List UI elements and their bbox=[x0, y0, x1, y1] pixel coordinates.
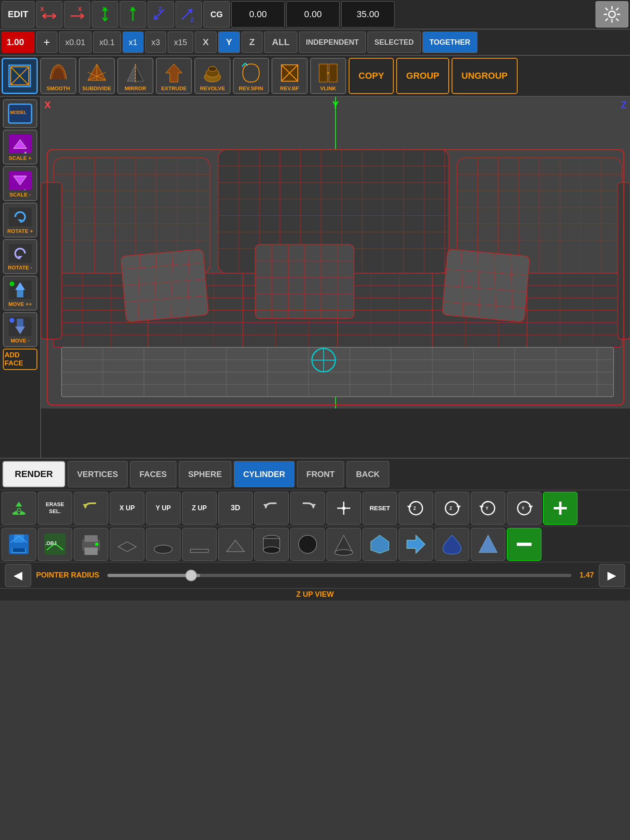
ungroup-button[interactable]: UNGROUP bbox=[452, 58, 517, 94]
rotate-y-pos-button[interactable]: Y bbox=[507, 492, 541, 525]
mode-together-button[interactable]: TOGETHER bbox=[422, 32, 477, 53]
cylinder-shape[interactable] bbox=[254, 528, 289, 561]
3d-button[interactable]: 3D bbox=[218, 492, 253, 525]
x-up-button[interactable]: X UP bbox=[110, 492, 144, 525]
add-button[interactable] bbox=[543, 492, 578, 525]
z-up-button[interactable]: Z UP bbox=[182, 492, 217, 525]
mult-001-button[interactable]: x0.01 bbox=[59, 32, 91, 53]
move-handle-button[interactable] bbox=[326, 492, 361, 525]
plus-button[interactable]: + bbox=[36, 32, 57, 53]
reset-button[interactable]: RESET bbox=[363, 492, 397, 525]
move-y-neg-button[interactable]: Y bbox=[92, 1, 118, 27]
mult-1-button[interactable]: x1 bbox=[123, 32, 144, 53]
y-coord-input[interactable] bbox=[286, 1, 340, 27]
viewport[interactable]: X Y Z bbox=[41, 97, 630, 458]
move-plus-button[interactable]: MOVE ++ bbox=[3, 276, 37, 310]
erase-sel-button[interactable]: ERASESEL. bbox=[38, 492, 72, 525]
mult-15-button[interactable]: x15 bbox=[168, 32, 193, 53]
tool-revbf-button[interactable]: REV.BF bbox=[272, 58, 308, 94]
sphere-shape[interactable] bbox=[290, 528, 325, 561]
rotate-z-pos-button[interactable]: Z bbox=[435, 492, 469, 525]
pyramid-blue-shape[interactable] bbox=[471, 528, 505, 561]
edit-button[interactable]: EDIT bbox=[2, 1, 34, 27]
mult-3-button[interactable]: x3 bbox=[145, 32, 166, 53]
tab-vertices[interactable]: VERTICES bbox=[68, 461, 128, 487]
crystal-blue-shape[interactable] bbox=[363, 528, 397, 561]
flat-plane-shape[interactable] bbox=[182, 528, 217, 561]
redo-button[interactable] bbox=[290, 492, 325, 525]
group-button[interactable]: GROUP bbox=[396, 58, 449, 94]
svg-point-41 bbox=[9, 281, 14, 286]
svg-point-45 bbox=[9, 318, 14, 323]
axis-z-label: Z bbox=[621, 99, 627, 111]
move-x-pos-button[interactable]: X bbox=[64, 1, 90, 27]
print-button[interactable] bbox=[74, 528, 108, 561]
rotate-z-neg-button[interactable]: Z bbox=[399, 492, 433, 525]
main-area: MODEL + SCALE + - bbox=[0, 97, 630, 458]
model-button[interactable]: MODEL bbox=[3, 99, 37, 128]
tab-front[interactable]: FRONT bbox=[297, 461, 344, 487]
undo2-button[interactable] bbox=[254, 492, 289, 525]
svg-text:X: X bbox=[78, 6, 82, 12]
mode-independent-button[interactable]: INDEPENDENT bbox=[299, 32, 366, 53]
move-z-pos-button[interactable]: Z bbox=[176, 1, 202, 27]
tool-smooth-button[interactable]: SMOOTH bbox=[40, 58, 76, 94]
svg-text:Z: Z bbox=[450, 506, 452, 511]
x-coord-input[interactable] bbox=[231, 1, 285, 27]
pivot-handle[interactable] bbox=[311, 348, 336, 372]
add-face-button[interactable]: ADD FACE bbox=[3, 349, 37, 370]
rotate-plus-button[interactable]: ROTATE + bbox=[3, 203, 37, 237]
arrow-blue-shape[interactable] bbox=[399, 528, 433, 561]
recycle-button[interactable] bbox=[2, 492, 36, 525]
undo-button[interactable] bbox=[74, 492, 108, 525]
scale-minus-button[interactable]: - SCALE - bbox=[3, 166, 37, 201]
cg-button[interactable]: CG bbox=[203, 1, 230, 27]
cone-shape[interactable] bbox=[326, 528, 361, 561]
move-z-neg-button[interactable]: Z bbox=[148, 1, 174, 27]
nav-prev-button[interactable]: ◀ bbox=[5, 564, 31, 587]
svg-marker-194 bbox=[371, 535, 389, 553]
tool-revolve-button[interactable]: REVOLVE bbox=[194, 58, 231, 94]
svg-text:+: + bbox=[24, 151, 27, 155]
obj-export-button[interactable]: .OBJ bbox=[38, 528, 72, 561]
render-button[interactable]: RENDER bbox=[2, 461, 65, 487]
save-load-button[interactable] bbox=[2, 528, 36, 561]
tool-mirror-button[interactable]: MIRROR bbox=[117, 58, 153, 94]
wedge-shape[interactable] bbox=[218, 528, 253, 561]
flat-quad-shape[interactable] bbox=[110, 528, 144, 561]
copy-button[interactable]: COPY bbox=[349, 58, 394, 94]
axis-y-button[interactable]: Y bbox=[218, 32, 240, 53]
minus-button[interactable] bbox=[507, 528, 541, 561]
settings-button[interactable] bbox=[596, 1, 628, 27]
tool-revspin-button[interactable]: REV.SPIN bbox=[233, 58, 269, 94]
move-y-pos-button[interactable]: Y bbox=[120, 1, 146, 27]
drop-blue-shape[interactable] bbox=[435, 528, 469, 561]
axis-z-button[interactable]: Z bbox=[242, 32, 262, 53]
nav-next-button[interactable]: ▶ bbox=[599, 564, 625, 587]
rotate-minus-button[interactable]: ROTATE - bbox=[3, 239, 37, 274]
tool-extrude-button[interactable]: EXTRUDE bbox=[156, 58, 192, 94]
mode-selected-button[interactable]: SELECTED bbox=[368, 32, 421, 53]
move-x-neg-button[interactable]: X bbox=[36, 1, 62, 27]
tool-subdivide-button[interactable]: SUBDIVIDE bbox=[79, 58, 115, 94]
axis-x-label: X bbox=[44, 99, 51, 111]
tab-faces[interactable]: FACES bbox=[130, 461, 176, 487]
radius-slider-thumb[interactable] bbox=[185, 570, 197, 581]
move-minus-button[interactable]: MOVE - bbox=[3, 312, 37, 347]
flat-circle-shape[interactable] bbox=[146, 528, 180, 561]
mult-01-button[interactable]: x0.1 bbox=[93, 32, 121, 53]
y-up-button[interactable]: Y UP bbox=[146, 492, 180, 525]
rotate-y-neg-button[interactable]: Y bbox=[471, 492, 505, 525]
tool-select-button[interactable] bbox=[2, 58, 38, 94]
svg-marker-177 bbox=[528, 506, 533, 508]
tab-back[interactable]: BACK bbox=[347, 461, 389, 487]
axis-all-button[interactable]: ALL bbox=[264, 32, 297, 53]
radius-slider-track[interactable] bbox=[107, 574, 571, 577]
z-coord-input[interactable] bbox=[341, 1, 395, 27]
svg-text:Y: Y bbox=[486, 506, 488, 511]
tab-cylinder[interactable]: CYLINDER bbox=[234, 461, 294, 487]
scale-plus-button[interactable]: + SCALE + bbox=[3, 130, 37, 164]
axis-x-button[interactable]: X bbox=[195, 32, 217, 53]
tab-sphere[interactable]: SPHERE bbox=[179, 461, 231, 487]
tool-vlink-button[interactable]: VLINK bbox=[310, 58, 346, 94]
